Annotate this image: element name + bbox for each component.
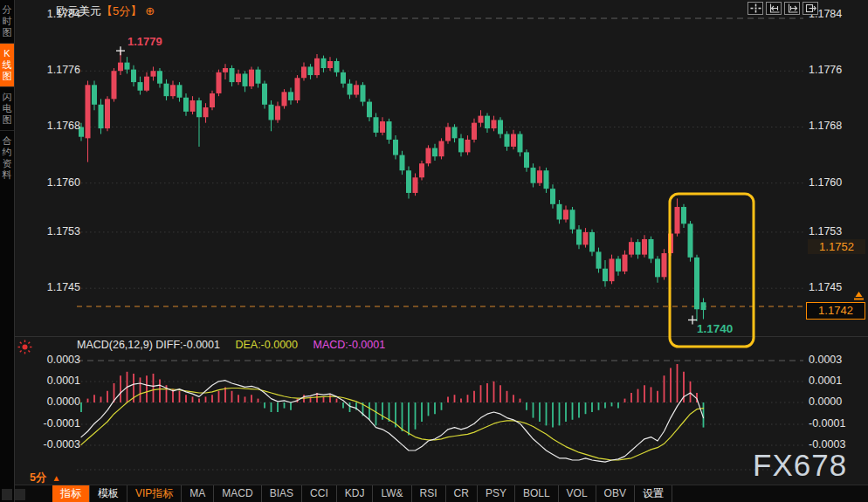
move-tool-button[interactable] (747, 2, 763, 15)
sidebar: 分时图K线图闪电图合约资料 (0, 0, 15, 502)
period-selector[interactable]: 5分▲ (30, 471, 60, 485)
axis-arrow-left-icon (768, 3, 780, 13)
trading-app: 分时图K线图闪电图合约资料 欧元美元【5分】⊕ (0, 0, 868, 502)
toolbar-item-MACD[interactable]: MACD (214, 485, 261, 502)
toolbar-item-模板[interactable]: 模板 (90, 485, 127, 502)
axis-label: 1.1768 (30, 120, 80, 132)
axis-label: 1.1753 (809, 225, 859, 237)
marked-low-label: 1.1740 (697, 322, 733, 335)
toolbar-item-MA[interactable]: MA (182, 485, 214, 502)
axis-label: 0.0003 (809, 354, 859, 366)
macd-macd-value: MACD:-0.0001 (313, 339, 386, 351)
sidebar-tab-time-share[interactable]: 分时图 (0, 0, 14, 43)
toolbar-item-BOLL[interactable]: BOLL (515, 485, 559, 502)
pan-right-button[interactable] (784, 2, 800, 15)
toolbar-item-PSY[interactable]: PSY (478, 485, 515, 502)
pan-left-button[interactable] (766, 2, 782, 15)
add-indicator-icon[interactable]: ⊕ (145, 4, 155, 17)
axis-arrow-right-icon (787, 3, 798, 13)
axis-label: 0.0000 (30, 395, 80, 408)
macd-dea-value: DEA:-0.0000 (235, 339, 298, 351)
macd-params-diff: MACD(26,12,9) DIFF:-0.0001 (77, 339, 220, 351)
axis-label: 0.0003 (30, 354, 80, 366)
toolbar-item-KDJ[interactable]: KDJ (337, 485, 374, 502)
axis-label: -0.0003 (30, 438, 80, 450)
macd-readout: MACD(26,12,9) DIFF:-0.0001 DEA:-0.0000 M… (77, 339, 385, 351)
corner-handle (2, 489, 12, 500)
corner-handle (15, 489, 25, 500)
chart-header: 欧元美元【5分】⊕ (56, 3, 155, 19)
toolbar-item-LW&[interactable]: LW& (373, 485, 411, 502)
toolbar-item-指标[interactable]: 指标 (52, 485, 90, 502)
chart-canvas (0, 0, 868, 502)
sidebar-tab-flash[interactable]: 闪电图 (0, 86, 14, 130)
axis-label: 1.1776 (809, 64, 859, 76)
period-label[interactable]: 【5分】 (101, 4, 141, 17)
axis-label: 0.0000 (809, 395, 859, 408)
axis-label: 1.1768 (809, 120, 859, 132)
toolbar-item-CCI[interactable]: CCI (302, 485, 337, 502)
indicator-toolbar: 指标模板VIP指标MAMACDBIASCCIKDJLW&RSICRPSYBOLL… (52, 485, 672, 502)
axis-label: 1.1760 (809, 176, 859, 189)
jump-to-latest-icon (805, 3, 816, 13)
axis-label: 1.1753 (30, 225, 80, 237)
toolbar-item-CR[interactable]: CR (446, 485, 478, 502)
axis-label: 1.1776 (30, 64, 80, 76)
toolbar-item-设置[interactable]: 设置 (635, 485, 672, 502)
symbol-title: 欧元美元 (56, 4, 101, 17)
toolbar-item-OBV[interactable]: OBV (596, 485, 635, 502)
reference-price-badge: 1.1752 (808, 239, 865, 254)
brand-watermark: FX678 (753, 448, 847, 483)
axis-label: 0.0001 (809, 375, 859, 387)
period-arrow-icon: ▲ (52, 473, 60, 483)
crosshair-icon (750, 3, 761, 13)
chart-nav-buttons (747, 2, 818, 15)
toolbar-item-VIP指标[interactable]: VIP指标 (127, 485, 182, 502)
go-to-latest-button[interactable] (803, 2, 818, 15)
marked-high-label: 1.1779 (127, 35, 162, 48)
toolbar-item-VOL[interactable]: VOL (559, 485, 596, 502)
toolbar-item-BIAS[interactable]: BIAS (262, 485, 302, 502)
current-price-badge: 1.1742 (806, 302, 865, 320)
axis-label: 1.1760 (30, 176, 80, 189)
axis-label: -0.0001 (30, 417, 80, 430)
axis-label: 0.0001 (30, 375, 80, 387)
axis-label: 1.1745 (30, 281, 80, 293)
sidebar-tab-kline[interactable]: K线图 (0, 43, 14, 86)
period-value: 5分 (30, 471, 46, 484)
axis-label: -0.0001 (809, 417, 859, 430)
axis-label: -0.0003 (809, 438, 859, 450)
toolbar-item-RSI[interactable]: RSI (412, 485, 446, 502)
sidebar-tab-contract-info[interactable]: 合约资料 (0, 130, 14, 185)
